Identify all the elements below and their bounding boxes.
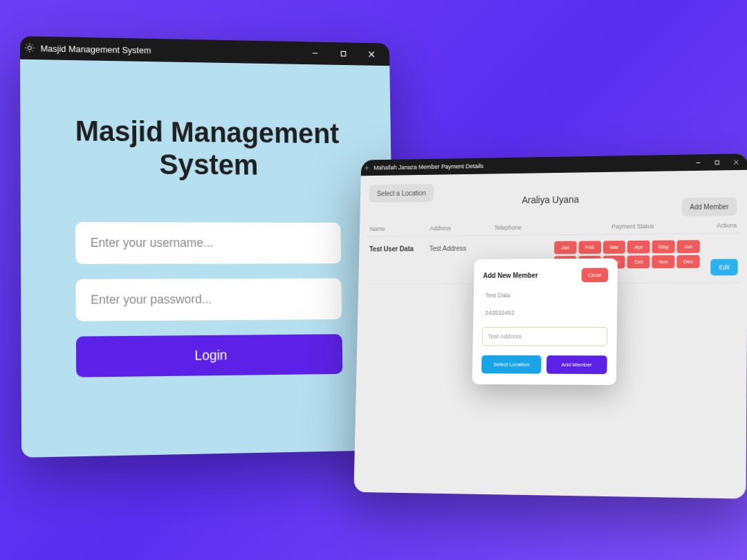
maximize-button[interactable] (707, 154, 726, 171)
minimize-button[interactable] (688, 154, 708, 171)
select-location-button[interactable]: Select a Location (369, 184, 434, 203)
cell-name: Test User Data (359, 245, 430, 252)
month-chip[interactable]: Dec (676, 255, 699, 268)
table-header: Name Address Telephone Payment Status Ac… (360, 222, 747, 232)
modal-title: Add New Member (483, 272, 537, 279)
close-button[interactable] (358, 43, 386, 66)
month-chip[interactable]: Mar (603, 241, 626, 254)
maximize-button[interactable] (329, 42, 358, 65)
col-payment-status: Payment Status (560, 222, 707, 230)
month-chip[interactable]: May (652, 240, 675, 253)
login-body: Masjid Management System Login (20, 59, 396, 458)
add-member-button[interactable]: Add Member (682, 197, 737, 216)
password-input[interactable] (75, 278, 342, 321)
login-heading: Masjid Management System (75, 115, 340, 183)
modal-add-member-button[interactable]: Add Member (546, 355, 607, 374)
svg-rect-2 (341, 51, 346, 56)
member-window: Mahallah Janaza Member Payment Details S… (353, 153, 747, 498)
cell-address: Test Address (430, 245, 495, 252)
login-window-title: Masjid Management System (41, 43, 302, 58)
month-chip[interactable]: Apr (627, 241, 650, 254)
modal-close-button[interactable]: Close (581, 268, 608, 282)
login-window: Masjid Management System Masjid Manageme… (20, 36, 396, 458)
member-window-title: Mahallah Janaza Member Payment Details (374, 159, 688, 171)
login-form: Login (75, 222, 342, 377)
month-chip[interactable]: Nov (652, 255, 675, 268)
app-icon (364, 165, 370, 171)
modal-phone-field[interactable]: 243532452 (482, 309, 607, 316)
modal-address-field[interactable]: Test Address (482, 327, 608, 346)
svg-point-5 (366, 167, 368, 169)
login-button[interactable]: Login (76, 334, 343, 377)
col-actions: Actions (707, 222, 747, 229)
modal-name-field[interactable]: Test Data (483, 292, 608, 299)
month-chip[interactable]: Jun (677, 240, 700, 253)
month-chip[interactable]: Jan (554, 241, 577, 254)
member-body: Select a Location Araliya Uyana Add Memb… (353, 170, 747, 499)
username-input[interactable] (75, 222, 341, 264)
app-icon (24, 42, 35, 53)
add-member-modal: Add New Member Close Test Data 243532452… (472, 259, 618, 385)
location-title: Araliya Uyana (522, 194, 579, 206)
minimize-button[interactable] (301, 41, 330, 64)
col-telephone: Telephone (495, 224, 560, 232)
svg-point-0 (28, 46, 31, 50)
modal-select-location-button[interactable]: Select Location (481, 355, 542, 374)
col-name: Name (360, 225, 430, 233)
month-chip[interactable]: Feb (578, 241, 601, 254)
edit-button[interactable]: Edit (711, 259, 738, 275)
month-chip[interactable]: Oct (627, 255, 650, 268)
divider (366, 233, 741, 237)
col-address: Address (430, 225, 495, 232)
close-button[interactable] (726, 153, 746, 170)
svg-rect-7 (715, 160, 719, 164)
